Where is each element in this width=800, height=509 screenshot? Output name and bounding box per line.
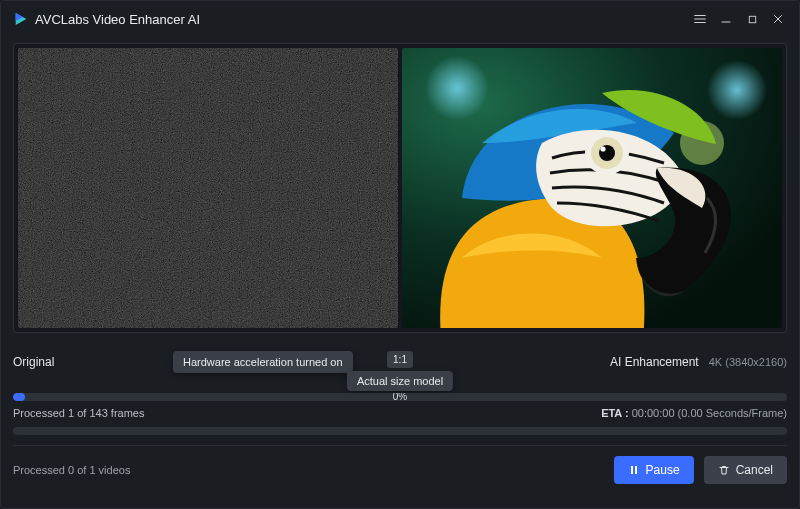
preview-comparison (13, 43, 787, 333)
pause-icon (628, 464, 640, 476)
minimize-button[interactable] (713, 6, 739, 32)
svg-rect-20 (631, 466, 633, 474)
svg-point-13 (425, 56, 489, 120)
videos-status-text: Processed 0 of 1 videos (13, 464, 130, 476)
footer: Processed 0 of 1 videos Pause Cancel (13, 445, 787, 484)
enhancement-label-group: AI Enhancement 4K (3840x2160) (610, 355, 787, 369)
titlebar: AVCLabs Video Enhancer AI (1, 1, 799, 37)
frames-progress-bar[interactable]: 0% (13, 393, 787, 401)
svg-rect-2 (749, 16, 755, 22)
app-title: AVCLabs Video Enhancer AI (35, 12, 200, 27)
close-button[interactable] (765, 6, 791, 32)
progress-section: 0% Processed 1 of 143 frames ETA : 00:00… (13, 393, 787, 435)
aspect-ratio-chip[interactable]: 1:1 (387, 351, 413, 368)
parrot-image-enhanced (402, 48, 782, 328)
frames-status-text: Processed 1 of 143 frames (13, 407, 144, 419)
enhancement-label: AI Enhancement (610, 355, 699, 369)
play-logo-icon (13, 11, 29, 27)
labels-row: Original Hardware acceleration turned on… (13, 351, 787, 387)
menu-icon (693, 12, 707, 26)
svg-point-19 (600, 146, 605, 151)
close-icon (772, 13, 784, 25)
output-resolution: 4K (3840x2160) (709, 356, 787, 368)
frames-progress-fill (13, 393, 25, 401)
preview-enhanced[interactable] (402, 48, 782, 328)
app-logo: AVCLabs Video Enhancer AI (13, 11, 200, 27)
maximize-icon (747, 14, 758, 25)
actual-size-tooltip: Actual size model (347, 371, 453, 391)
minimize-icon (720, 13, 732, 25)
cancel-button[interactable]: Cancel (704, 456, 787, 484)
svg-rect-21 (635, 466, 637, 474)
trash-icon (718, 464, 730, 476)
original-label: Original (13, 355, 54, 369)
videos-progress-bar[interactable] (13, 427, 787, 435)
frames-progress-percent: 0% (393, 393, 407, 401)
pause-button[interactable]: Pause (614, 456, 694, 484)
preview-original[interactable] (18, 48, 398, 328)
parrot-image-original (18, 48, 398, 328)
svg-rect-11 (18, 48, 398, 328)
svg-point-14 (707, 60, 767, 120)
eta-text: ETA : 00:00:00 (0.00 Seconds/Frame) (601, 407, 787, 419)
menu-button[interactable] (687, 6, 713, 32)
maximize-button[interactable] (739, 6, 765, 32)
hw-accel-tooltip: Hardware acceleration turned on (173, 351, 353, 373)
